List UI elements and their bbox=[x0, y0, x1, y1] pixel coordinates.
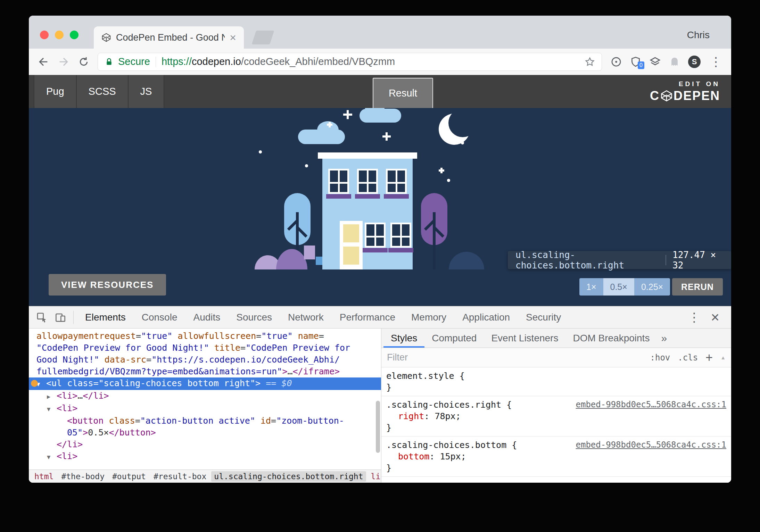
back-icon[interactable] bbox=[34, 53, 52, 71]
s-extension-icon[interactable]: S bbox=[688, 56, 701, 68]
dom-node-line[interactable]: ▶<li>…</li> bbox=[29, 390, 381, 402]
dom-node-selected[interactable]: ▼<ul class="scaling-choices bottom right… bbox=[29, 377, 381, 390]
devtools-tab-security[interactable]: Security bbox=[518, 307, 569, 328]
scene-moon bbox=[439, 114, 470, 145]
zoom-button-0-5x[interactable]: 0.5× bbox=[603, 278, 634, 296]
css-selector[interactable]: element.style bbox=[386, 371, 454, 381]
zoom-button-1x[interactable]: 1× bbox=[579, 278, 603, 296]
ghost-extension-icon[interactable] bbox=[669, 56, 680, 68]
dom-node-line[interactable]: Good Night!" data-src="https://s.codepen… bbox=[29, 354, 381, 366]
expand-arrow-icon[interactable]: ▼ bbox=[36, 378, 46, 390]
devtools-tab-audits[interactable]: Audits bbox=[185, 307, 228, 328]
inspect-element-icon[interactable] bbox=[32, 309, 51, 325]
new-tab-button[interactable] bbox=[252, 31, 274, 44]
devtools-toolbar-right: ⋮ × bbox=[688, 310, 728, 325]
breadcrumb-li[interactable]: li bbox=[368, 471, 381, 482]
css-property[interactable]: right: 78px; bbox=[386, 410, 726, 422]
codepen-tab-scss[interactable]: SCSS bbox=[77, 75, 129, 108]
expand-arrow-icon[interactable]: ▼ bbox=[47, 403, 57, 415]
browser-menu-icon[interactable]: ⋮ bbox=[706, 55, 726, 69]
codepen-tab-result[interactable]: Result bbox=[373, 78, 433, 108]
sidebar-tab-styles[interactable]: Styles bbox=[383, 329, 424, 348]
reload-icon[interactable] bbox=[75, 53, 93, 71]
devtools-tab-application[interactable]: Application bbox=[454, 307, 518, 328]
devtools-menu-icon[interactable]: ⋮ bbox=[688, 310, 700, 325]
dom-node-line[interactable]: ▼<li> bbox=[29, 450, 381, 463]
building-door bbox=[340, 221, 363, 269]
dom-node-line[interactable]: "CodePen Preview for Good Night!" title=… bbox=[29, 342, 381, 354]
breadcrumb-ul-scaling-choices-bottom-right[interactable]: ul.scaling-choices.bottom.right bbox=[211, 471, 366, 482]
scene-sparkle bbox=[327, 122, 332, 127]
scene-star bbox=[305, 164, 308, 167]
devtools-tab-elements[interactable]: Elements bbox=[77, 307, 134, 328]
devtools-close-icon[interactable]: × bbox=[711, 310, 719, 325]
stylesheet-link[interactable]: embed-998bd0ec5…5068ca4c.css:1 bbox=[576, 439, 726, 451]
breadcrumb: html#the-body#output#result-boxul.scalin… bbox=[29, 469, 381, 483]
device-toolbar-icon[interactable] bbox=[51, 309, 70, 325]
building-window bbox=[386, 169, 407, 194]
css-selector[interactable]: .scaling-choices.bottom bbox=[386, 440, 506, 450]
dom-tree: allowpaymentrequest="true" allowfullscre… bbox=[29, 329, 381, 469]
codepen-tab-pug[interactable]: Pug bbox=[34, 75, 77, 108]
bookmark-star-icon[interactable] bbox=[584, 56, 595, 67]
devtools-tab-sources[interactable]: Sources bbox=[228, 307, 280, 328]
sidebar-tab-dom-breakpoints[interactable]: DOM Breakpoints bbox=[565, 329, 657, 348]
devtools-tab-network[interactable]: Network bbox=[280, 307, 332, 328]
dom-node-line[interactable]: ▼<li> bbox=[29, 402, 381, 415]
shield-extension-icon[interactable]: 0 bbox=[630, 56, 642, 68]
extension-circle-icon[interactable] bbox=[610, 56, 622, 68]
new-style-rule-icon[interactable]: + bbox=[705, 351, 713, 364]
dom-node-line[interactable]: <button class="action-button active" id=… bbox=[29, 415, 381, 427]
expand-arrow-icon[interactable]: ▶ bbox=[47, 391, 57, 402]
window-awning bbox=[388, 248, 413, 252]
breadcrumb-the-body[interactable]: #the-body bbox=[58, 471, 107, 482]
edit-on-codepen[interactable]: EDIT ON C DEPEN bbox=[650, 80, 720, 103]
address-bar[interactable]: Secure https://codepen.io/codeGeek_Abhi/… bbox=[98, 53, 602, 71]
devtools-tab-memory[interactable]: Memory bbox=[403, 307, 454, 328]
expand-arrow-icon[interactable]: ▼ bbox=[47, 451, 57, 463]
breadcrumb-output[interactable]: #output bbox=[109, 471, 149, 482]
sidebar-tab-computed[interactable]: Computed bbox=[424, 329, 484, 348]
codepen-tab-js[interactable]: JS bbox=[129, 75, 165, 108]
url-path: /codeGeek_Abhi/embed/VBQzmm bbox=[241, 56, 395, 67]
url-host: codepen.io bbox=[192, 56, 241, 67]
browser-tab[interactable]: CodePen Embed - Good Night! × bbox=[94, 26, 244, 49]
rerun-button[interactable]: RERUN bbox=[672, 278, 723, 296]
brand-prefix: C bbox=[650, 89, 660, 103]
zoom-button-0-25x[interactable]: 0.25× bbox=[634, 278, 670, 296]
devtools-tab-console[interactable]: Console bbox=[134, 307, 185, 328]
dom-node-line[interactable]: allowpaymentrequest="true" allowfullscre… bbox=[29, 330, 381, 342]
dom-node-line[interactable]: </li> bbox=[29, 439, 381, 450]
css-property[interactable]: bottom: 15px; bbox=[386, 451, 726, 462]
scroll-up-icon[interactable]: ▲ bbox=[720, 355, 726, 360]
close-window-button[interactable] bbox=[40, 31, 49, 39]
class-toggle[interactable]: .cls bbox=[678, 353, 698, 363]
devtools-tab-performance[interactable]: Performance bbox=[332, 307, 403, 328]
stylesheet-link[interactable]: embed-998bd0ec5…5068ca4c.css:1 bbox=[576, 399, 726, 410]
secure-lock-icon bbox=[104, 57, 114, 67]
dom-node-line[interactable]: 05">0.5×</button> bbox=[29, 427, 381, 439]
codepen-favicon-icon bbox=[101, 33, 111, 42]
css-selector[interactable]: .scaling-choices.right bbox=[386, 400, 501, 410]
sidebar-tab-event-listeners[interactable]: Event Listeners bbox=[484, 329, 565, 348]
scene-cloud bbox=[360, 109, 401, 123]
dom-node-line[interactable]: fullembedgrid/VBQzmm?type=embed&animatio… bbox=[29, 366, 381, 377]
forward-icon[interactable] bbox=[55, 53, 73, 71]
styles-filter-input[interactable]: Filter bbox=[387, 352, 643, 363]
breadcrumb-result-box[interactable]: #result-box bbox=[151, 471, 209, 482]
layers-extension-icon[interactable] bbox=[649, 56, 661, 68]
codepen-logo-icon bbox=[660, 90, 673, 102]
minimize-window-button[interactable] bbox=[55, 31, 64, 39]
tab-close-icon[interactable]: × bbox=[230, 32, 236, 43]
result-frame: VIEW RESOURCES ul.scaling-choices.bottom… bbox=[29, 108, 731, 306]
pseudo-state-toggle[interactable]: :hov bbox=[650, 353, 670, 363]
browser-profile-name[interactable]: Chris bbox=[687, 30, 710, 41]
tooltip-divider bbox=[666, 255, 666, 265]
secure-label[interactable]: Secure bbox=[118, 56, 150, 67]
breadcrumb-html[interactable]: html bbox=[32, 471, 56, 482]
url-text: https://codepen.io/codeGeek_Abhi/embed/V… bbox=[162, 56, 395, 67]
scene-building bbox=[322, 152, 413, 269]
fullscreen-window-button[interactable] bbox=[70, 31, 79, 39]
view-resources-button[interactable]: VIEW RESOURCES bbox=[49, 274, 166, 296]
sidebar-tabs-overflow-icon[interactable]: » bbox=[657, 332, 671, 344]
